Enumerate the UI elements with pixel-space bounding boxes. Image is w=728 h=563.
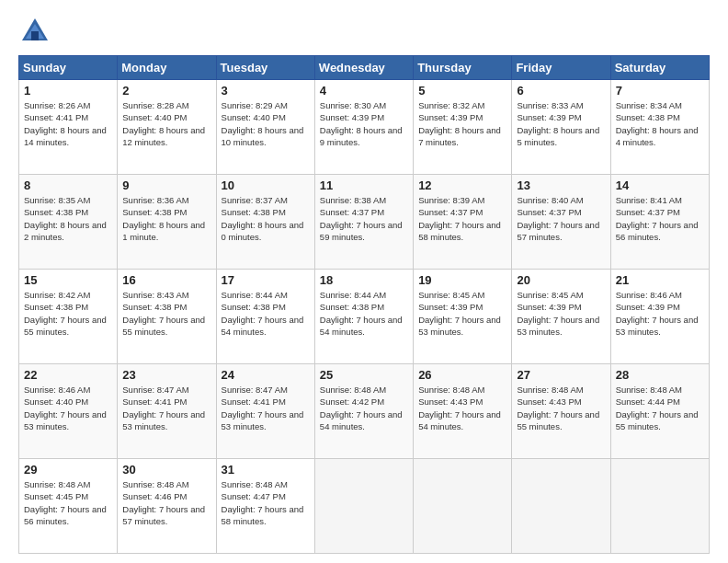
day-number: 28 [616, 368, 704, 382]
logo [18, 15, 57, 48]
weekday-header-row: SundayMondayTuesdayWednesdayThursdayFrid… [19, 56, 710, 80]
day-number: 11 [320, 178, 408, 192]
day-info: Sunrise: 8:48 AM Sunset: 4:46 PM Dayligh… [122, 478, 210, 527]
day-cell-23: 23Sunrise: 8:47 AM Sunset: 4:41 PM Dayli… [118, 364, 216, 459]
logo-icon [18, 15, 51, 48]
day-number: 23 [122, 368, 210, 382]
day-info: Sunrise: 8:41 AM Sunset: 4:37 PM Dayligh… [616, 194, 704, 243]
day-cell-9: 9Sunrise: 8:36 AM Sunset: 4:38 PM Daylig… [118, 175, 216, 270]
day-info: Sunrise: 8:46 AM Sunset: 4:39 PM Dayligh… [616, 289, 704, 338]
day-number: 21 [616, 273, 704, 287]
day-number: 16 [122, 273, 210, 287]
day-info: Sunrise: 8:35 AM Sunset: 4:38 PM Dayligh… [24, 194, 112, 243]
day-number: 10 [222, 178, 310, 192]
day-info: Sunrise: 8:45 AM Sunset: 4:39 PM Dayligh… [418, 289, 506, 338]
day-number: 25 [320, 368, 408, 382]
day-number: 3 [222, 84, 310, 98]
day-info: Sunrise: 8:48 AM Sunset: 4:43 PM Dayligh… [517, 384, 605, 432]
day-number: 18 [320, 273, 408, 287]
day-number: 17 [222, 273, 310, 287]
day-info: Sunrise: 8:39 AM Sunset: 4:37 PM Dayligh… [418, 194, 506, 243]
day-cell-4: 4Sunrise: 8:30 AM Sunset: 4:39 PM Daylig… [314, 80, 413, 175]
day-number: 8 [24, 178, 112, 192]
day-info: Sunrise: 8:38 AM Sunset: 4:37 PM Dayligh… [320, 194, 408, 243]
day-info: Sunrise: 8:28 AM Sunset: 4:40 PM Dayligh… [122, 99, 210, 148]
day-cell-7: 7Sunrise: 8:34 AM Sunset: 4:38 PM Daylig… [610, 80, 709, 175]
day-cell-8: 8Sunrise: 8:35 AM Sunset: 4:38 PM Daylig… [19, 175, 118, 270]
day-number: 2 [122, 84, 210, 98]
day-cell-25: 25Sunrise: 8:48 AM Sunset: 4:42 PM Dayli… [314, 364, 413, 459]
day-number: 31 [222, 463, 310, 477]
week-row-2: 8Sunrise: 8:35 AM Sunset: 4:38 PM Daylig… [19, 175, 710, 270]
day-cell-2: 2Sunrise: 8:28 AM Sunset: 4:40 PM Daylig… [118, 80, 216, 175]
day-number: 7 [616, 84, 704, 98]
day-cell-29: 29Sunrise: 8:48 AM Sunset: 4:45 PM Dayli… [19, 459, 118, 554]
day-info: Sunrise: 8:46 AM Sunset: 4:40 PM Dayligh… [24, 384, 112, 432]
day-info: Sunrise: 8:42 AM Sunset: 4:38 PM Dayligh… [24, 289, 112, 338]
empty-cell [414, 459, 512, 554]
day-number: 6 [517, 84, 605, 98]
day-cell-21: 21Sunrise: 8:46 AM Sunset: 4:39 PM Dayli… [610, 270, 709, 364]
day-number: 13 [517, 178, 605, 192]
day-cell-31: 31Sunrise: 8:48 AM Sunset: 4:47 PM Dayli… [216, 459, 314, 554]
day-cell-13: 13Sunrise: 8:40 AM Sunset: 4:37 PM Dayli… [512, 175, 610, 270]
day-cell-20: 20Sunrise: 8:45 AM Sunset: 4:39 PM Dayli… [512, 270, 610, 364]
day-cell-1: 1Sunrise: 8:26 AM Sunset: 4:41 PM Daylig… [19, 80, 118, 175]
header [18, 15, 710, 48]
page: SundayMondayTuesdayWednesdayThursdayFrid… [0, 0, 728, 563]
day-number: 30 [122, 463, 210, 477]
week-row-1: 1Sunrise: 8:26 AM Sunset: 4:41 PM Daylig… [19, 80, 710, 175]
day-info: Sunrise: 8:48 AM Sunset: 4:42 PM Dayligh… [320, 384, 408, 432]
empty-cell [512, 459, 610, 554]
day-cell-18: 18Sunrise: 8:44 AM Sunset: 4:38 PM Dayli… [314, 270, 413, 364]
day-cell-14: 14Sunrise: 8:41 AM Sunset: 4:37 PM Dayli… [610, 175, 709, 270]
day-cell-5: 5Sunrise: 8:32 AM Sunset: 4:39 PM Daylig… [414, 80, 512, 175]
day-info: Sunrise: 8:44 AM Sunset: 4:38 PM Dayligh… [320, 289, 408, 338]
day-info: Sunrise: 8:34 AM Sunset: 4:38 PM Dayligh… [616, 99, 704, 148]
week-row-4: 22Sunrise: 8:46 AM Sunset: 4:40 PM Dayli… [19, 364, 710, 459]
day-info: Sunrise: 8:45 AM Sunset: 4:39 PM Dayligh… [517, 289, 605, 338]
day-cell-30: 30Sunrise: 8:48 AM Sunset: 4:46 PM Dayli… [118, 459, 216, 554]
day-number: 27 [517, 368, 605, 382]
empty-cell [314, 459, 413, 554]
calendar-body: 1Sunrise: 8:26 AM Sunset: 4:41 PM Daylig… [19, 80, 710, 554]
day-number: 4 [320, 84, 408, 98]
weekday-header-saturday: Saturday [610, 56, 709, 80]
day-info: Sunrise: 8:33 AM Sunset: 4:39 PM Dayligh… [517, 99, 605, 148]
day-info: Sunrise: 8:48 AM Sunset: 4:47 PM Dayligh… [222, 478, 310, 527]
weekday-header-tuesday: Tuesday [216, 56, 314, 80]
weekday-header-friday: Friday [512, 56, 610, 80]
calendar-header: SundayMondayTuesdayWednesdayThursdayFrid… [19, 56, 710, 80]
week-row-5: 29Sunrise: 8:48 AM Sunset: 4:45 PM Dayli… [19, 459, 710, 554]
day-cell-19: 19Sunrise: 8:45 AM Sunset: 4:39 PM Dayli… [414, 270, 512, 364]
weekday-header-thursday: Thursday [414, 56, 512, 80]
day-cell-3: 3Sunrise: 8:29 AM Sunset: 4:40 PM Daylig… [216, 80, 314, 175]
svg-rect-2 [31, 31, 39, 40]
day-info: Sunrise: 8:44 AM Sunset: 4:38 PM Dayligh… [222, 289, 310, 338]
day-info: Sunrise: 8:32 AM Sunset: 4:39 PM Dayligh… [418, 99, 506, 148]
day-number: 1 [24, 84, 112, 98]
weekday-header-monday: Monday [118, 56, 216, 80]
day-cell-17: 17Sunrise: 8:44 AM Sunset: 4:38 PM Dayli… [216, 270, 314, 364]
day-info: Sunrise: 8:48 AM Sunset: 4:45 PM Dayligh… [24, 478, 112, 527]
day-cell-16: 16Sunrise: 8:43 AM Sunset: 4:38 PM Dayli… [118, 270, 216, 364]
day-info: Sunrise: 8:37 AM Sunset: 4:38 PM Dayligh… [222, 194, 310, 243]
day-cell-22: 22Sunrise: 8:46 AM Sunset: 4:40 PM Dayli… [19, 364, 118, 459]
day-number: 22 [24, 368, 112, 382]
day-cell-15: 15Sunrise: 8:42 AM Sunset: 4:38 PM Dayli… [19, 270, 118, 364]
weekday-header-sunday: Sunday [19, 56, 118, 80]
day-info: Sunrise: 8:48 AM Sunset: 4:44 PM Dayligh… [616, 384, 704, 432]
day-cell-27: 27Sunrise: 8:48 AM Sunset: 4:43 PM Dayli… [512, 364, 610, 459]
empty-cell [610, 459, 709, 554]
day-info: Sunrise: 8:47 AM Sunset: 4:41 PM Dayligh… [222, 384, 310, 432]
day-cell-12: 12Sunrise: 8:39 AM Sunset: 4:37 PM Dayli… [414, 175, 512, 270]
day-info: Sunrise: 8:40 AM Sunset: 4:37 PM Dayligh… [517, 194, 605, 243]
day-number: 26 [418, 368, 506, 382]
day-cell-24: 24Sunrise: 8:47 AM Sunset: 4:41 PM Dayli… [216, 364, 314, 459]
day-number: 15 [24, 273, 112, 287]
day-cell-28: 28Sunrise: 8:48 AM Sunset: 4:44 PM Dayli… [610, 364, 709, 459]
day-number: 24 [222, 368, 310, 382]
calendar-table: SundayMondayTuesdayWednesdayThursdayFrid… [18, 55, 710, 554]
day-info: Sunrise: 8:29 AM Sunset: 4:40 PM Dayligh… [222, 99, 310, 148]
day-info: Sunrise: 8:47 AM Sunset: 4:41 PM Dayligh… [122, 384, 210, 432]
